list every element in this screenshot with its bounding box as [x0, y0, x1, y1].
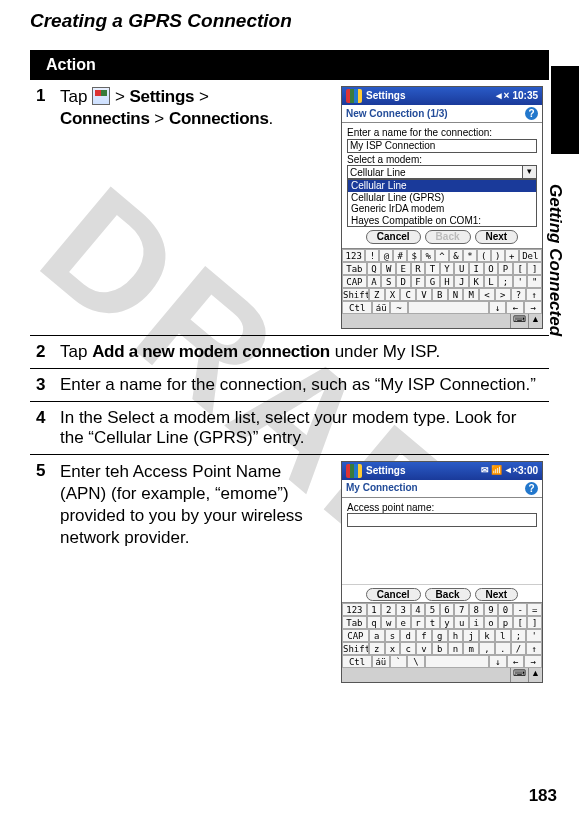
key[interactable]: ;: [498, 275, 513, 288]
key[interactable]: s: [385, 629, 401, 642]
key[interactable]: $: [407, 249, 421, 262]
key[interactable]: 8: [469, 603, 484, 616]
key[interactable]: g: [432, 629, 448, 642]
key[interactable]: A: [367, 275, 382, 288]
key[interactable]: j: [463, 629, 479, 642]
key[interactable]: *: [463, 249, 477, 262]
list-item[interactable]: Generic IrDA modem: [348, 203, 536, 215]
list-item[interactable]: Cellular Line: [348, 180, 536, 192]
modem-combo[interactable]: [347, 165, 523, 179]
key[interactable]: u: [454, 616, 469, 629]
key[interactable]: ;: [511, 629, 527, 642]
key[interactable]: J: [454, 275, 469, 288]
key[interactable]: b: [432, 642, 448, 655]
key[interactable]: 1: [367, 603, 382, 616]
key[interactable]: w: [381, 616, 396, 629]
key[interactable]: r: [411, 616, 426, 629]
key[interactable]: Ctl: [342, 301, 372, 314]
key[interactable]: K: [469, 275, 484, 288]
key[interactable]: 2: [381, 603, 396, 616]
key[interactable]: y: [440, 616, 455, 629]
key[interactable]: R: [411, 262, 426, 275]
dropdown-icon[interactable]: ▾: [523, 165, 537, 179]
key[interactable]: Tab: [342, 262, 367, 275]
key[interactable]: Shift: [342, 288, 369, 301]
key[interactable]: -: [513, 603, 528, 616]
key[interactable]: P: [498, 262, 513, 275]
key[interactable]: a: [369, 629, 385, 642]
key[interactable]: @: [379, 249, 393, 262]
key[interactable]: h: [448, 629, 464, 642]
key[interactable]: 9: [484, 603, 499, 616]
key[interactable]: i: [469, 616, 484, 629]
key[interactable]: f: [416, 629, 432, 642]
list-item[interactable]: Hayes Compatible on COM1:: [348, 215, 536, 227]
key[interactable]: <: [479, 288, 495, 301]
back-button[interactable]: Back: [425, 230, 471, 244]
key[interactable]: F: [411, 275, 426, 288]
next-button[interactable]: Next: [475, 230, 519, 244]
sip-icon[interactable]: ⌨: [510, 314, 528, 328]
key[interactable]: ↑: [526, 642, 542, 655]
key[interactable]: o: [484, 616, 499, 629]
key[interactable]: S: [381, 275, 396, 288]
key[interactable]: Y: [440, 262, 455, 275]
soft-keyboard[interactable]: 123!@#$%^&*()+Del TabQWERTYUIOP[] CAPASD…: [342, 248, 542, 314]
key[interactable]: U: [454, 262, 469, 275]
key[interactable]: ↑: [526, 288, 542, 301]
help-icon[interactable]: ?: [525, 482, 538, 495]
key[interactable]: ↓: [489, 655, 507, 668]
key[interactable]: E: [396, 262, 411, 275]
key[interactable]: [: [513, 262, 528, 275]
key[interactable]: c: [400, 642, 416, 655]
key[interactable]: k: [479, 629, 495, 642]
key[interactable]: ←: [507, 655, 525, 668]
key[interactable]: O: [484, 262, 499, 275]
key[interactable]: q: [367, 616, 382, 629]
key[interactable]: CAP: [342, 629, 369, 642]
key[interactable]: d: [400, 629, 416, 642]
key[interactable]: 4: [411, 603, 426, 616]
key[interactable]: N: [448, 288, 464, 301]
key[interactable]: [: [513, 616, 528, 629]
key[interactable]: CAP: [342, 275, 367, 288]
key[interactable]: Q: [367, 262, 382, 275]
key[interactable]: ^: [435, 249, 449, 262]
cancel-button[interactable]: Cancel: [366, 588, 421, 602]
key[interactable]: V: [416, 288, 432, 301]
key[interactable]: Shift: [342, 642, 369, 655]
key[interactable]: Ctl: [342, 655, 372, 668]
key[interactable]: ]: [527, 616, 542, 629]
key[interactable]: #: [393, 249, 407, 262]
key[interactable]: T: [425, 262, 440, 275]
soft-keyboard[interactable]: 1231234567890-= Tabqwertyuiop[] CAPasdfg…: [342, 602, 542, 668]
key[interactable]: &: [449, 249, 463, 262]
key[interactable]: \: [407, 655, 425, 668]
key[interactable]: ': [513, 275, 528, 288]
key[interactable]: ]: [527, 262, 542, 275]
key[interactable]: m: [463, 642, 479, 655]
key[interactable]: →: [524, 301, 542, 314]
key[interactable]: >: [495, 288, 511, 301]
key[interactable]: L: [484, 275, 499, 288]
key[interactable]: p: [498, 616, 513, 629]
key-space[interactable]: [425, 655, 489, 668]
key[interactable]: 7: [454, 603, 469, 616]
cancel-button[interactable]: Cancel: [366, 230, 421, 244]
key[interactable]: x: [385, 642, 401, 655]
modem-listbox[interactable]: Cellular Line Cellular Line (GPRS) Gener…: [347, 179, 537, 227]
input-apn[interactable]: [347, 513, 537, 527]
up-arrow-icon[interactable]: ▲: [528, 668, 542, 682]
key[interactable]: 5: [425, 603, 440, 616]
key[interactable]: +: [505, 249, 519, 262]
key[interactable]: B: [432, 288, 448, 301]
key[interactable]: 123: [342, 249, 365, 262]
key[interactable]: ": [527, 275, 542, 288]
key[interactable]: v: [416, 642, 432, 655]
back-button[interactable]: Back: [425, 588, 471, 602]
key[interactable]: 6: [440, 603, 455, 616]
key[interactable]: X: [385, 288, 401, 301]
key[interactable]: H: [440, 275, 455, 288]
key[interactable]: áü: [372, 301, 390, 314]
key[interactable]: M: [463, 288, 479, 301]
